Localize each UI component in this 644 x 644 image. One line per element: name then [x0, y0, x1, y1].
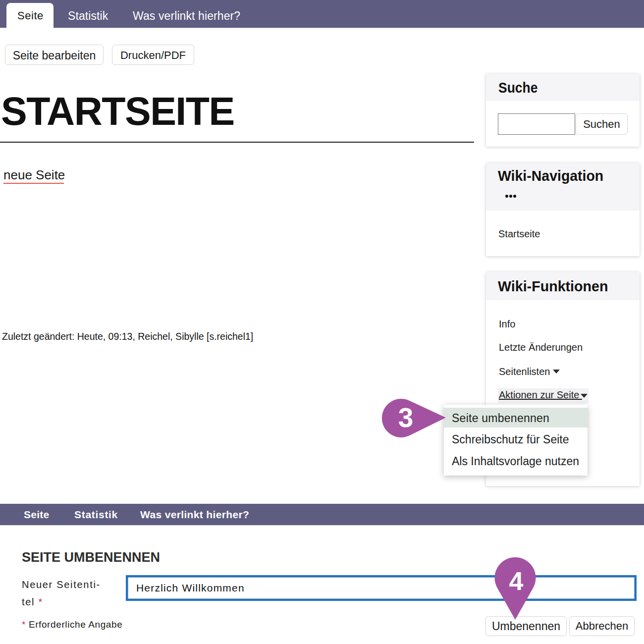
svg-text:3: 3: [398, 402, 414, 433]
svg-text:4: 4: [509, 567, 524, 595]
